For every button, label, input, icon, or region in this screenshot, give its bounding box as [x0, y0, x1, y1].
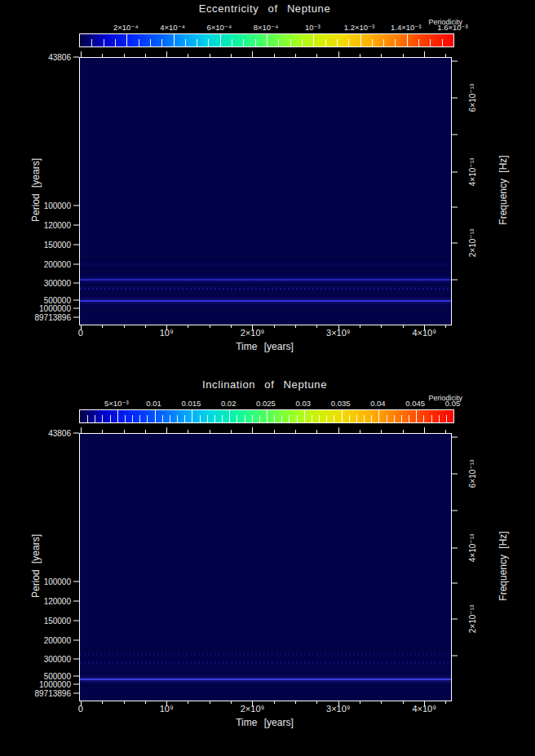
colorbar-minor-tick	[150, 39, 151, 46]
period-axis-ticks	[73, 57, 79, 324]
colorbar-minor-tick	[442, 39, 443, 46]
x-minor-tick	[145, 430, 146, 433]
x-minor-tick	[316, 54, 317, 57]
frequency-tick	[451, 510, 458, 511]
frequency-axis-labels: 6×10⁻¹³4×10⁻¹³2×10⁻¹³	[462, 57, 483, 324]
time-tick-label: 4×10⁹	[412, 704, 436, 714]
frequency-axis-ticks	[451, 433, 458, 700]
time-axis-labels: 010⁹2×10⁹3×10⁹4×10⁹	[79, 328, 450, 338]
colorbar-major-tick	[360, 34, 361, 46]
colorbar-minor-tick	[337, 39, 338, 46]
colorbar-tick-labels: 2×10⁻⁴4×10⁻⁴6×10⁻⁴8×10⁻⁴10⁻³1.2×10⁻³1.4×…	[79, 23, 453, 33]
colorbar-tick-label: 0.035	[331, 399, 351, 408]
period-tick	[73, 658, 79, 659]
colorbar-minor-tick	[431, 415, 432, 422]
colorbar-major-tick	[304, 410, 305, 422]
colorbar-minor-tick	[439, 415, 440, 422]
time-tick-label: 10⁹	[160, 328, 174, 338]
colorbar-minor-tick	[139, 39, 139, 46]
time-tick-label: 2×10⁹	[241, 704, 265, 714]
period-tick	[73, 57, 79, 58]
frequency-tick-label: 2×10⁻¹³	[468, 229, 477, 257]
period-axis-title: Period [years]	[30, 158, 42, 222]
frequency-tick	[451, 656, 458, 657]
colorbar-minor-tick	[371, 415, 372, 422]
x-minor-tick	[188, 54, 188, 57]
colorbar-tick-labels: 5×10⁻³0.010.0150.020.0250.030.0350.040.0…	[79, 399, 453, 409]
spectral-band	[80, 264, 451, 265]
colorbar-minor-tick	[364, 415, 365, 422]
colorbar-minor-tick	[170, 415, 170, 422]
x-minor-tick	[360, 430, 360, 433]
colorbar-major-tick	[267, 410, 268, 422]
spectral-band	[80, 652, 451, 656]
spectral-band	[80, 288, 451, 290]
frequency-tick-label: 4×10⁻¹³	[468, 533, 477, 561]
colorbar-tick-label: 0.04	[370, 399, 386, 408]
colorbar-major-tick	[229, 410, 230, 422]
period-tick	[73, 308, 79, 309]
figure-inclination-spectrogram: Inclination of Neptune Periodicity 5×10⁻…	[0, 378, 535, 753]
colorbar-minor-tick	[161, 39, 162, 46]
colorbar-minor-tick	[245, 415, 245, 422]
x-minor-tick	[210, 430, 210, 433]
period-tick-label: 150000	[44, 240, 71, 249]
period-axis-title: Period [years]	[30, 534, 42, 598]
colorbar-major-tick	[126, 34, 127, 46]
period-tick	[73, 264, 79, 265]
period-tick-label: 100000	[44, 201, 71, 210]
period-tick-label: 300000	[44, 278, 71, 287]
colorbar	[79, 409, 454, 423]
colorbar-minor-tick	[147, 415, 148, 422]
colorbar-minor-tick	[319, 415, 320, 422]
frequency-tick	[451, 98, 458, 99]
colorbar-tick-label: 0.045	[405, 399, 425, 408]
x-minor-tick	[124, 54, 125, 57]
x-axis-top-minor-ticks	[79, 51, 450, 57]
colorbar-major-tick	[416, 410, 417, 422]
period-tick	[73, 675, 79, 676]
colorbar-minor-tick	[297, 415, 298, 422]
colorbar-minor-tick	[87, 415, 88, 422]
colorbar-tick-label: 0.01	[146, 399, 161, 408]
colorbar-minor-tick	[197, 39, 197, 46]
colorbar-tick-label: 6×10⁻⁴	[207, 23, 232, 32]
period-tick-label: 500000	[44, 295, 71, 304]
colorbar-tick-label: 2×10⁻⁴	[113, 23, 139, 32]
colorbar-tick-label: 10⁻³	[305, 23, 321, 32]
x-minor-tick	[360, 54, 360, 57]
period-tick-label: 89713896	[35, 689, 72, 698]
period-tick	[73, 581, 79, 582]
frequency-tick	[451, 436, 458, 437]
x-minor-tick	[381, 54, 382, 57]
x-minor-tick	[274, 54, 275, 57]
period-tick	[73, 433, 79, 434]
colorbar-minor-tick	[387, 415, 387, 422]
plot-title: Inclination of Neptune	[79, 378, 450, 391]
colorbar-major-tick	[174, 34, 175, 46]
period-tick-label: 150000	[44, 616, 71, 625]
colorbar-tick-label: 0.015	[182, 399, 201, 408]
colorbar-minor-tick	[184, 415, 185, 422]
period-tick	[73, 299, 79, 300]
frequency-axis-title: Frequency [Hz]	[497, 155, 509, 224]
frequency-tick-label: 6×10⁻¹³	[468, 84, 477, 112]
colorbar-minor-tick	[125, 415, 126, 422]
x-minor-tick	[381, 430, 382, 433]
period-axis-ticks	[73, 433, 79, 700]
x-minor-tick	[316, 430, 317, 433]
plot-title: Eccentricity of Neptune	[79, 2, 450, 15]
x-minor-tick	[403, 430, 404, 433]
time-axis-labels: 010⁹2×10⁹3×10⁹4×10⁹	[79, 704, 450, 714]
colorbar	[79, 33, 454, 47]
colorbar-minor-tick	[104, 39, 104, 46]
colorbar-minor-tick	[326, 415, 327, 422]
time-tick-label: 4×10⁹	[412, 328, 436, 338]
colorbar-major-tick	[313, 34, 314, 46]
time-tick-label: 2×10⁹	[241, 328, 265, 338]
colorbar-minor-tick	[289, 415, 290, 422]
x-axis-top-minor-ticks	[79, 427, 450, 433]
x-minor-tick	[102, 430, 103, 433]
time-tick-label: 0	[78, 328, 83, 338]
colorbar-minor-tick	[243, 39, 244, 46]
